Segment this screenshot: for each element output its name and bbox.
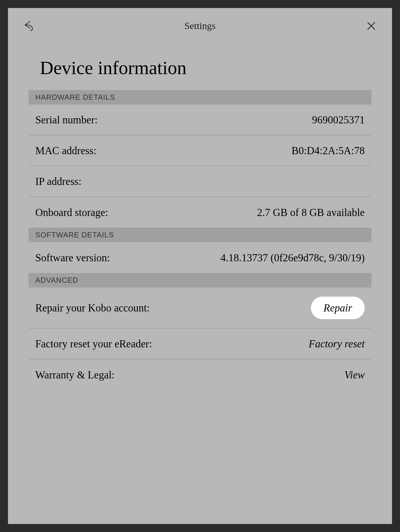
version-label: Software version: xyxy=(35,252,110,264)
factory-reset-button[interactable]: Factory reset xyxy=(309,338,365,350)
device-info-screen: Settings Device information HARDWARE DET… xyxy=(8,8,392,524)
software-section-header: SOFTWARE DETAILS xyxy=(28,228,372,242)
repair-row: Repair your Kobo account: Repair xyxy=(28,288,372,329)
serial-row: Serial number: 9690025371 xyxy=(28,105,372,135)
warranty-row: Warranty & Legal: View xyxy=(28,359,372,390)
advanced-section-header: ADVANCED xyxy=(28,273,372,288)
mac-row: MAC address: B0:D4:2A:5A:78 xyxy=(28,135,372,166)
hardware-section-header: HARDWARE DETAILS xyxy=(28,90,372,105)
mac-value: B0:D4:2A:5A:78 xyxy=(292,144,365,157)
storage-row: Onboard storage: 2.7 GB of 8 GB availabl… xyxy=(28,197,372,228)
close-icon[interactable] xyxy=(364,19,378,33)
storage-value: 2.7 GB of 8 GB available xyxy=(257,206,365,219)
factory-reset-label: Factory reset your eReader: xyxy=(35,338,152,350)
warranty-view-button[interactable]: View xyxy=(344,369,365,381)
serial-label: Serial number: xyxy=(35,114,98,126)
content-area: Device information HARDWARE DETAILS Seri… xyxy=(8,41,392,390)
repair-label: Repair your Kobo account: xyxy=(35,302,150,314)
version-value: 4.18.13737 (0f26e9d78c, 9/30/19) xyxy=(220,252,365,264)
ip-row: IP address: xyxy=(28,166,372,197)
ip-label: IP address: xyxy=(35,175,81,187)
factory-reset-row: Factory reset your eReader: Factory rese… xyxy=(28,329,372,359)
mac-label: MAC address: xyxy=(35,144,97,157)
header-bar: Settings xyxy=(8,8,392,41)
back-icon[interactable] xyxy=(22,19,36,33)
serial-value: 9690025371 xyxy=(312,114,365,126)
repair-button[interactable]: Repair xyxy=(311,297,365,319)
header-title: Settings xyxy=(36,21,364,31)
storage-label: Onboard storage: xyxy=(35,206,108,219)
page-title: Device information xyxy=(40,57,372,79)
version-row: Software version: 4.18.13737 (0f26e9d78c… xyxy=(28,242,372,273)
warranty-label: Warranty & Legal: xyxy=(35,369,115,381)
